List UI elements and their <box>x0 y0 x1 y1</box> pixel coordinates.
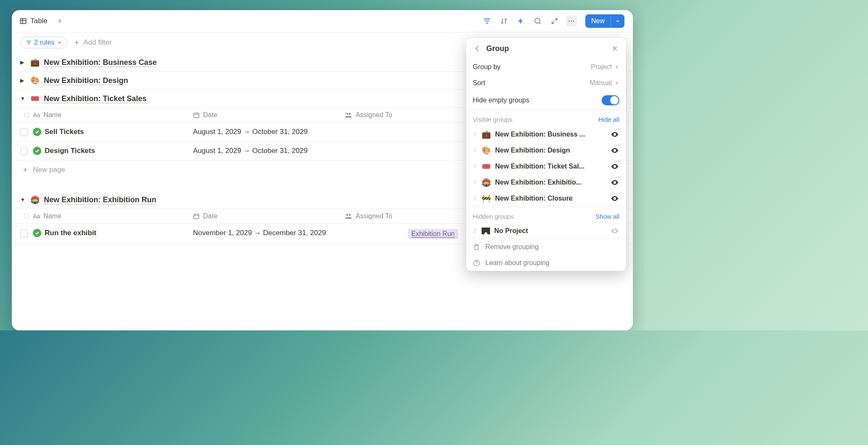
svg-point-11 <box>24 115 25 115</box>
group-title: New Exhibition: Exhibition Run <box>44 196 156 204</box>
svg-point-19 <box>28 217 29 218</box>
group-title: New Exhibition: Business Case <box>44 58 157 67</box>
row-date: November 1, 2029 → December 31, 2029 <box>193 229 345 237</box>
row-checkbox[interactable] <box>20 128 33 136</box>
svg-point-9 <box>26 117 27 118</box>
drag-handle-icon[interactable]: ⠿ <box>473 179 477 186</box>
svg-point-3 <box>571 21 572 22</box>
more-icon[interactable] <box>566 16 577 27</box>
visibility-toggle[interactable] <box>610 227 619 235</box>
status-done-icon <box>33 229 41 237</box>
status-done-icon <box>33 147 41 155</box>
group-emoji: 💼 <box>30 58 40 67</box>
chevron-right-icon <box>614 80 619 86</box>
hide-all-button[interactable]: Hide all <box>598 116 619 123</box>
add-filter-label: Add filter <box>83 38 112 47</box>
expand-toggle-icon[interactable]: ▶ <box>20 78 26 83</box>
plus-icon <box>22 166 29 173</box>
group-by-label: Group by <box>473 63 501 71</box>
back-button[interactable] <box>473 44 482 53</box>
chevron-down-icon <box>57 40 62 45</box>
expand-icon[interactable] <box>549 16 560 27</box>
group-by-row[interactable]: Group by Project <box>466 59 626 75</box>
new-button[interactable]: New <box>585 14 624 28</box>
show-all-button[interactable]: Show all <box>595 213 619 220</box>
expand-toggle-icon[interactable]: ▶ <box>20 59 26 65</box>
remove-grouping-button[interactable]: Remove grouping <box>466 239 626 255</box>
visibility-toggle[interactable] <box>610 178 619 187</box>
help-icon <box>473 259 480 267</box>
drag-handle-icon[interactable]: ⠿ <box>473 147 477 154</box>
automation-icon[interactable] <box>515 16 526 27</box>
visible-group-item[interactable]: ⠿ 💼 New Exhibition: Business ... <box>466 126 626 142</box>
add-filter-button[interactable]: Add filter <box>73 38 112 47</box>
filter-rules-chip[interactable]: 2 rules <box>20 37 67 48</box>
row-checkbox[interactable] <box>20 229 33 237</box>
loading-icon <box>20 213 33 220</box>
group-title: New Exhibition: Design <box>44 76 128 85</box>
calendar-icon <box>193 213 200 220</box>
visible-group-item[interactable]: ⠿ 🏟️ New Exhibition: Exhibitio... <box>466 174 626 190</box>
drag-handle-icon[interactable]: ⠿ <box>473 195 477 202</box>
svg-point-23 <box>24 214 25 215</box>
tab-label: Table <box>30 17 48 25</box>
sort-label: Sort <box>473 79 485 87</box>
learn-grouping-button[interactable]: Learn about grouping <box>466 255 626 271</box>
column-name[interactable]: Aa Name <box>33 212 193 220</box>
project-tag[interactable]: Exhibition Run <box>408 229 458 239</box>
filter-icon[interactable] <box>482 16 493 27</box>
svg-rect-13 <box>194 113 199 118</box>
svg-point-20 <box>26 218 27 219</box>
visibility-toggle[interactable] <box>610 194 619 203</box>
drag-handle-icon[interactable]: ⠿ <box>473 163 477 170</box>
rules-label: 2 rules <box>34 39 54 46</box>
hide-empty-toggle[interactable] <box>602 95 619 105</box>
hidden-group-item[interactable]: ⠿ No Project <box>466 223 626 239</box>
group-title: New Exhibition: Ticket Sales <box>44 94 147 103</box>
collapse-toggle-icon[interactable]: ▼ <box>20 96 26 102</box>
group-settings-popover: Group Group by Project Sort Manual Hide … <box>466 38 626 271</box>
search-icon[interactable] <box>532 16 543 27</box>
svg-point-17 <box>28 214 29 215</box>
row-checkbox[interactable] <box>20 147 33 155</box>
visibility-toggle[interactable] <box>610 130 619 139</box>
column-name[interactable]: Aa Name <box>33 111 193 119</box>
text-property-icon: Aa <box>33 213 40 220</box>
hide-empty-label: Hide empty groups <box>473 97 529 104</box>
calendar-icon <box>193 112 200 118</box>
drag-handle-icon[interactable]: ⠿ <box>473 131 477 138</box>
new-button-label: New <box>585 14 611 28</box>
visible-group-item[interactable]: ⠿ 🎨 New Exhibition: Design <box>466 142 626 158</box>
new-button-chevron[interactable] <box>611 16 624 27</box>
popover-title: Group <box>486 44 606 53</box>
column-assigned[interactable]: Assigned To <box>345 111 454 119</box>
row-date: August 1, 2029 → October 31, 2029 <box>193 147 345 155</box>
svg-point-12 <box>24 113 25 114</box>
svg-point-22 <box>24 216 25 217</box>
row-date: August 1, 2029 → October 31, 2029 <box>193 128 345 136</box>
column-assigned[interactable]: Assigned To <box>345 212 454 220</box>
drag-handle-icon[interactable]: ⠿ <box>473 228 477 234</box>
svg-point-1 <box>535 18 540 23</box>
row-name: Sell Tickets <box>45 128 84 136</box>
add-view-button[interactable] <box>55 16 64 26</box>
visible-groups-header: Visible groups Hide all <box>466 110 626 126</box>
close-button[interactable] <box>610 44 619 53</box>
visible-group-item[interactable]: ⠿ 🚧 New Exhibition: Closure <box>466 190 626 206</box>
visible-group-item[interactable]: ⠿ 🎟️ New Exhibition: Ticket Sal... <box>466 158 626 174</box>
visibility-toggle[interactable] <box>610 146 619 155</box>
text-property-icon: Aa <box>33 112 40 118</box>
loading-icon <box>20 112 33 118</box>
visibility-toggle[interactable] <box>610 162 619 171</box>
group-emoji: 🎨 <box>30 76 40 85</box>
sort-row[interactable]: Sort Manual <box>466 75 626 91</box>
svg-point-16 <box>26 214 27 214</box>
sort-icon[interactable] <box>498 16 509 27</box>
column-date[interactable]: Date <box>193 111 345 119</box>
column-date[interactable]: Date <box>193 212 345 220</box>
toolbar: New <box>482 14 624 28</box>
collapse-toggle-icon[interactable]: ▼ <box>20 197 26 203</box>
tab-table[interactable]: Table <box>16 15 51 27</box>
view-tabs-bar: Table New <box>12 10 633 32</box>
app-window: Table New 2 rules Add filter <box>12 10 633 330</box>
